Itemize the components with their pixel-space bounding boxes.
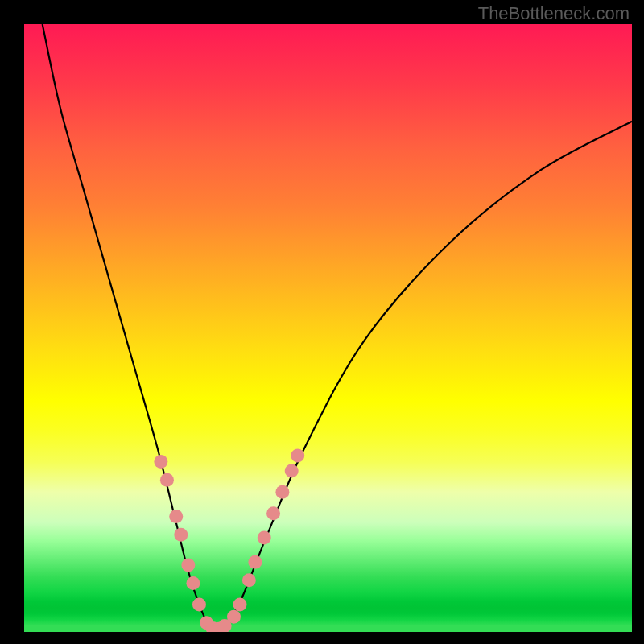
data-marker — [285, 464, 299, 477]
data-marker — [192, 598, 206, 612]
data-marker — [169, 510, 183, 523]
bottleneck-curve — [43, 24, 632, 630]
data-marker — [160, 473, 174, 487]
data-marker — [266, 506, 280, 520]
data-marker — [275, 485, 289, 499]
data-marker — [242, 573, 256, 587]
data-marker — [291, 449, 304, 463]
data-marker — [181, 558, 195, 572]
data-marker — [154, 455, 167, 469]
data-marker — [233, 598, 247, 612]
chart-plot-area — [24, 24, 632, 632]
data-marker — [174, 528, 188, 542]
data-marker — [186, 576, 200, 590]
watermark-text: TheBottleneck.com — [478, 3, 630, 24]
chart-svg — [24, 24, 632, 632]
data-marker — [258, 530, 271, 544]
data-marker — [227, 610, 241, 624]
curve-group — [43, 24, 632, 630]
data-marker — [248, 555, 262, 569]
markers-group — [154, 449, 304, 632]
